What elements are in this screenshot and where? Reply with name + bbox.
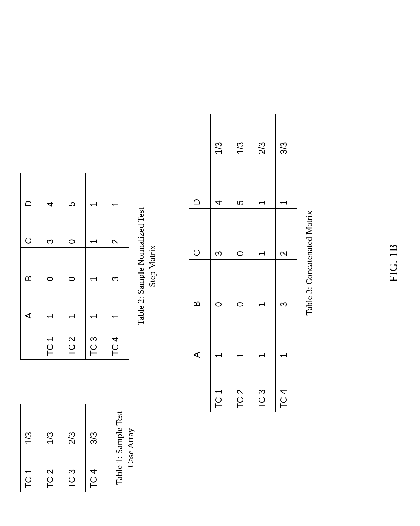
table-row: TC 2 1/3 (42, 404, 64, 492)
table-row: TC 1 1 0 3 4 1/3 (210, 114, 232, 412)
table1-caption: Table 1: Sample Test Case Array (113, 411, 136, 485)
table3-cell: 0 (232, 209, 254, 260)
table3-group: A B C D TC 1 1 0 3 4 1/3 TC 2 1 0 (189, 114, 315, 412)
figure-label: FIG. 1B (387, 244, 400, 282)
table-row: TC 1 1 0 3 4 (42, 173, 64, 360)
table2-cell: 0 (42, 248, 64, 285)
table3-row-id: TC 1 (210, 361, 232, 412)
table2-cell: 1 (86, 210, 107, 248)
table-row: TC 2 1 0 0 5 1/3 (232, 114, 254, 412)
table2-cell: 1 (107, 173, 129, 210)
table3-col-header: A (189, 310, 210, 361)
table-row: TC 1 1/3 (21, 404, 42, 492)
table3-col-header: C (189, 209, 210, 260)
table2-row-id: TC 4 (107, 322, 129, 360)
table2-row-id: TC 3 (86, 322, 107, 360)
table3-cell: 1 (275, 310, 297, 361)
table2-caption: Table 2: Sample Normalized Test Step Mat… (135, 207, 158, 325)
table2-cell: 1 (86, 173, 107, 210)
table1-row-id: TC 1 (21, 448, 42, 492)
table2-col-header: C (21, 210, 42, 248)
table-row: A B C D (21, 173, 42, 360)
table3-ratio: 1/3 (232, 114, 254, 158)
table2-cell: 5 (64, 173, 86, 210)
table1-row-id: TC 4 (86, 448, 107, 492)
table-row: TC 2 1 0 0 5 (64, 173, 86, 360)
table2-col-header: D (21, 173, 42, 210)
table-row: TC 4 1 3 2 1 3/3 (275, 114, 297, 412)
table2-cell: 3 (107, 248, 129, 285)
table3-col-header: B (189, 260, 210, 310)
table3-cell: 1 (232, 310, 254, 361)
table3-cell: 4 (210, 158, 232, 209)
table1-row-value: 1/3 (42, 404, 64, 448)
table1-row-value: 3/3 (86, 404, 107, 448)
table3-corner (189, 361, 210, 412)
table3-cell: 5 (232, 158, 254, 209)
table-row: TC 4 1 3 2 1 (107, 173, 129, 360)
table3-cell: 1 (275, 158, 297, 209)
table3-row-id: TC 2 (232, 361, 254, 412)
table3-col-header: D (189, 158, 210, 209)
table1: TC 1 1/3 TC 2 1/3 TC 3 2/3 TC 4 3/3 (20, 404, 107, 492)
table1-row-value: 1/3 (21, 404, 42, 448)
table2-row-id: TC 2 (64, 322, 86, 360)
table3-row-id: TC 4 (275, 361, 297, 412)
table-row: TC 3 1 1 1 1 (86, 173, 107, 360)
table3-caption: Table 3: Concatenated Matrix (303, 210, 315, 315)
table2-cell: 0 (64, 210, 86, 248)
table1-row-value: 2/3 (64, 404, 86, 448)
table3-cell: 1 (210, 310, 232, 361)
table2-row-id: TC 1 (42, 322, 64, 360)
table3-ratio: 1/3 (210, 114, 232, 158)
table3-cell: 1 (254, 158, 275, 209)
table3-cell: 1 (254, 260, 275, 310)
table3-cell: 3 (275, 260, 297, 310)
table3-row-id: TC 3 (254, 361, 275, 412)
table2-corner (21, 322, 42, 360)
table3-cell: 1 (254, 310, 275, 361)
table-row: TC 3 1 1 1 1 2/3 (254, 114, 275, 412)
table2-col-header: A (21, 285, 42, 322)
table2-cell: 4 (42, 173, 64, 210)
table2-cell: 1 (42, 285, 64, 322)
table2-cell: 1 (64, 285, 86, 322)
table2: A B C D TC 1 1 0 3 4 TC 2 1 0 0 5 (20, 173, 129, 360)
table2-cell: 1 (86, 285, 107, 322)
table3-ratio: 3/3 (275, 114, 297, 158)
table2-group: A B C D TC 1 1 0 3 4 TC 2 1 0 0 5 (20, 173, 158, 360)
table-row: TC 3 2/3 (64, 404, 86, 492)
table-row: A B C D (189, 114, 210, 412)
table3-ratio: 2/3 (254, 114, 275, 158)
table2-cell: 1 (86, 248, 107, 285)
table1-row-id: TC 3 (64, 448, 86, 492)
table3-cell: 0 (232, 260, 254, 310)
table3-cell: 3 (210, 209, 232, 260)
table3-cell: 1 (254, 209, 275, 260)
table3-ratio-header (189, 114, 210, 158)
table1-group: TC 1 1/3 TC 2 1/3 TC 3 2/3 TC 4 3/3 Tabl… (20, 404, 136, 492)
table3-cell: 0 (210, 260, 232, 310)
table2-cell: 2 (107, 210, 129, 248)
table2-cell: 0 (64, 248, 86, 285)
table2-cell: 1 (107, 285, 129, 322)
table1-row-id: TC 2 (42, 448, 64, 492)
table-row: TC 4 3/3 (86, 404, 107, 492)
table3-cell: 2 (275, 209, 297, 260)
table3: A B C D TC 1 1 0 3 4 1/3 TC 2 1 0 (189, 114, 297, 412)
table2-col-header: B (21, 248, 42, 285)
table2-cell: 3 (42, 210, 64, 248)
